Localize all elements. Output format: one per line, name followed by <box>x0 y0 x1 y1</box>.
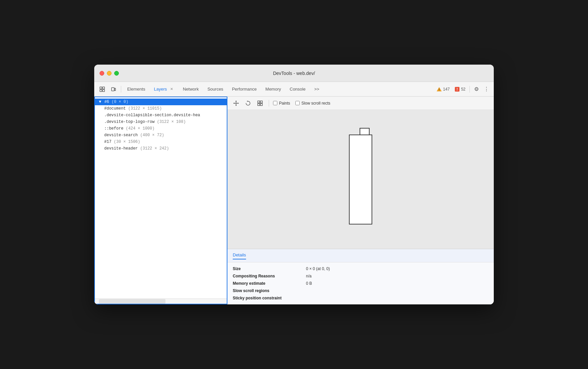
details-table: Size 0 × 0 (at 0, 0) Compositing Reasons… <box>227 262 494 304</box>
svg-text:!: ! <box>456 87 458 91</box>
details-key-size: Size <box>233 266 306 271</box>
details-value-memory: 0 B <box>306 281 312 286</box>
svg-rect-18 <box>260 101 262 103</box>
svg-rect-0 <box>100 87 102 89</box>
layer-dims-0: (0 × 0) <box>112 100 128 104</box>
layer-dims-1: (3122 × 11015) <box>128 106 162 111</box>
details-value-compositing: n/a <box>306 274 312 278</box>
layer-name-4: ::before <box>104 126 124 131</box>
more-options-button[interactable]: ⋮ <box>482 85 491 94</box>
canvas-area <box>227 110 494 249</box>
details-title: Details <box>233 252 246 259</box>
svg-rect-2 <box>100 90 102 92</box>
inspect-element-button[interactable] <box>97 84 108 95</box>
window-title: DevTools - web.dev/ <box>273 71 315 76</box>
device-toggle-button[interactable] <box>108 84 119 95</box>
warning-icon: ! <box>437 87 442 92</box>
layer-dims-6: (30 × 1506) <box>114 140 140 144</box>
tab-elements[interactable]: Elements <box>123 84 149 95</box>
tab-console[interactable]: Console <box>286 84 310 95</box>
details-row-slow-scroll: Slow scroll regions <box>233 287 488 294</box>
layer-item-7[interactable]: devsite-header (3122 × 242) <box>95 145 227 152</box>
layer-item-0[interactable]: ▼ #6 (0 × 0) <box>95 99 227 105</box>
layer-item-1[interactable]: #document (3122 × 11015) <box>95 105 227 112</box>
layer-item-5[interactable]: devsite-search (400 × 72) <box>95 132 227 139</box>
layers-panel: ▼ #6 (0 × 0) #document (3122 × 11015) .d… <box>94 97 227 304</box>
scrollbar-thumb[interactable] <box>99 299 165 304</box>
details-row-size: Size 0 × 0 (at 0, 0) <box>233 265 488 272</box>
layer-name-3: .devsite-top-logo-row <box>104 120 154 124</box>
error-badge: ! 52 <box>452 86 467 93</box>
layer-dims-5: (400 × 72) <box>140 133 164 138</box>
error-icon: ! <box>454 87 460 92</box>
paints-checkbox[interactable] <box>273 101 277 105</box>
traffic-lights <box>100 71 119 76</box>
details-key-slow-scroll: Slow scroll regions <box>233 288 306 293</box>
toolbar: Elements Layers ✕ Network Sources Perfor… <box>94 82 494 97</box>
settings-button[interactable]: ⚙ <box>472 85 481 94</box>
tab-network[interactable]: Network <box>179 84 203 95</box>
maximize-button[interactable] <box>114 71 119 76</box>
details-row-compositing: Compositing Reasons n/a <box>233 272 488 280</box>
layer-name-2: .devsite-collapsible-section.devsite-hea <box>104 113 200 118</box>
slow-scroll-checkbox-label[interactable]: Slow scroll rects <box>295 101 330 106</box>
layer-item-4[interactable]: ::before (424 × 1000) <box>95 125 227 132</box>
layer-arrow-0: ▼ <box>99 100 101 104</box>
toolbar-separator-2 <box>469 86 470 93</box>
details-key-compositing: Compositing Reasons <box>233 274 306 278</box>
close-button[interactable] <box>100 71 104 76</box>
layer-dims-7: (3122 × 242) <box>140 146 169 151</box>
svg-rect-17 <box>258 101 260 103</box>
reset-tool-button[interactable] <box>255 99 265 108</box>
details-value-size: 0 × 0 (at 0, 0) <box>306 266 330 271</box>
page-preview <box>349 135 372 224</box>
layer-item-3[interactable]: .devsite-top-logo-row (3122 × 108) <box>95 119 227 125</box>
svg-marker-12 <box>235 101 237 102</box>
layer-name-0: #6 <box>104 100 109 104</box>
slow-scroll-checkbox[interactable] <box>295 101 300 105</box>
details-row-memory: Memory estimate 0 B <box>233 280 488 287</box>
layer-name-6: #17 <box>104 140 112 144</box>
right-panel: Paints Slow scroll rects Details <box>227 97 494 304</box>
titlebar: DevTools - web.dev/ <box>94 65 494 82</box>
paints-checkbox-label[interactable]: Paints <box>273 101 290 106</box>
minimize-button[interactable] <box>107 71 112 76</box>
svg-rect-19 <box>258 104 260 106</box>
toolbar-sep <box>269 100 269 107</box>
svg-text:!: ! <box>439 88 440 91</box>
layer-name-1: #document <box>104 106 126 111</box>
svg-rect-5 <box>115 88 116 91</box>
tab-sources[interactable]: Sources <box>203 84 227 95</box>
pan-tool-button[interactable] <box>231 99 241 108</box>
page-rect <box>349 135 372 224</box>
details-key-memory: Memory estimate <box>233 281 306 286</box>
devtools-window: DevTools - web.dev/ Elements Layers ✕ <box>94 65 494 304</box>
layers-tree[interactable]: ▼ #6 (0 × 0) #document (3122 × 11015) .d… <box>95 97 227 298</box>
layer-dims-3: (3122 × 108) <box>157 120 185 124</box>
layer-item-2[interactable]: .devsite-collapsible-section.devsite-hea <box>95 112 221 119</box>
rotate-tool-button[interactable] <box>243 99 253 108</box>
svg-rect-4 <box>112 88 114 91</box>
layer-dims-4: (424 × 1000) <box>126 126 154 131</box>
details-row-sticky: Sticky position constraint <box>233 294 488 302</box>
toolbar-separator-1 <box>121 86 121 93</box>
main-content: ▼ #6 (0 × 0) #document (3122 × 11015) .d… <box>94 97 494 304</box>
svg-marker-14 <box>233 103 234 104</box>
tab-layers[interactable]: Layers ✕ <box>150 84 178 95</box>
warning-badge: ! 147 <box>435 86 452 93</box>
svg-rect-20 <box>260 104 262 106</box>
details-panel: Details Size 0 × 0 (at 0, 0) Compositing… <box>227 249 494 304</box>
layers-toolbar: Paints Slow scroll rects <box>227 97 494 110</box>
tab-more[interactable]: >> <box>310 84 323 95</box>
svg-rect-3 <box>103 90 105 92</box>
layer-item-6[interactable]: #17 (30 × 1506) <box>95 139 227 145</box>
svg-marker-16 <box>247 101 248 102</box>
layer-name-7: devsite-header <box>104 146 138 151</box>
page-tab-handle <box>360 128 370 135</box>
svg-marker-15 <box>238 103 239 104</box>
tab-memory[interactable]: Memory <box>261 84 285 95</box>
tab-layers-close[interactable]: ✕ <box>169 87 174 92</box>
details-header: Details <box>227 249 494 262</box>
horizontal-scrollbar[interactable] <box>95 298 227 304</box>
tab-performance[interactable]: Performance <box>228 84 261 95</box>
